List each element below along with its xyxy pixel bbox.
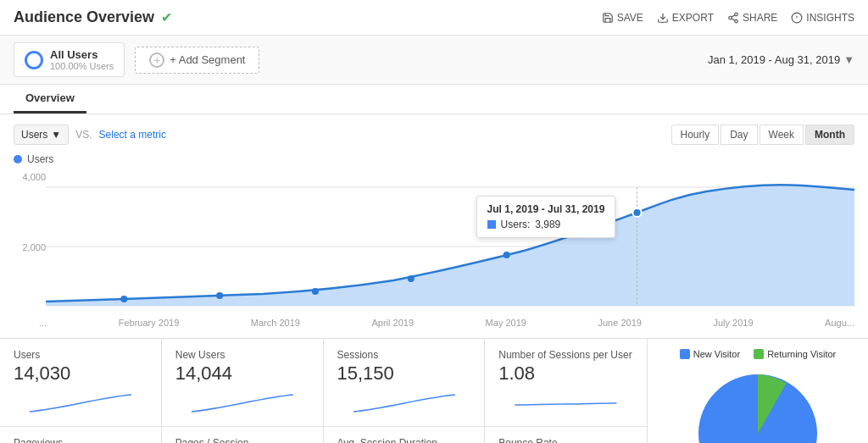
export-icon	[657, 12, 669, 24]
legend-returning-visitor: Returning Visitor	[754, 349, 836, 359]
page-title: Audience Overview	[14, 8, 154, 26]
add-segment-label: + Add Segment	[170, 53, 245, 66]
svg-point-12	[120, 296, 127, 302]
month-button[interactable]: Month	[805, 125, 854, 145]
x-label-2: March 2019	[251, 318, 300, 328]
week-button[interactable]: Week	[760, 125, 804, 145]
metric-card-sessions: Sessions 15,150	[324, 339, 486, 427]
chart-area: 4,000 2,000 Jul 1, 2019 - Jul	[14, 170, 854, 314]
x-label-7: Augu...	[825, 318, 854, 328]
header-actions: SAVE EXPORT SHARE INSIGHTS	[602, 12, 854, 24]
metric-card-pageviews: Pageviews 17,032	[0, 427, 162, 443]
metric-card-bounce: Bounce Rate 60.29%	[485, 427, 647, 443]
segment-left: All Users 100.00% Users + + Add Segment	[14, 42, 259, 77]
metric-label-avg-session: Avg. Session Duration	[337, 437, 471, 443]
tab-overview[interactable]: Overview	[14, 85, 86, 114]
svg-point-16	[504, 252, 510, 258]
tooltip-row: Users: 3,989	[487, 219, 605, 230]
svg-point-13	[216, 292, 223, 299]
legend-dot-icon	[14, 155, 22, 163]
caret-down-icon: ▼	[843, 53, 854, 66]
metrics-section: Users 14,030 New Users 14,044 Sessions 1…	[0, 339, 868, 443]
metric-label-sessions-per-user: Number of Sessions per User	[498, 349, 633, 361]
x-label-0: ...	[39, 318, 47, 328]
y-axis-2000: 2,000	[14, 242, 46, 252]
tabs-bar: Overview	[0, 85, 868, 114]
x-axis: ... February 2019 March 2019 April 2019 …	[14, 314, 854, 328]
hourly-button[interactable]: Hourly	[671, 125, 720, 145]
svg-line-5	[732, 14, 735, 16]
select-metric-link[interactable]: Select a metric	[99, 129, 166, 141]
metric-dropdown-caret: ▼	[51, 129, 61, 141]
segment-name: All Users	[50, 48, 114, 61]
metric-value-sessions: 15,150	[337, 363, 471, 385]
header-left: Audience Overview ✔	[14, 8, 172, 26]
segment-bar: All Users 100.00% Users + + Add Segment …	[0, 36, 868, 85]
metric-label-pageviews: Pageviews	[14, 437, 147, 443]
pie-svg	[690, 366, 826, 443]
save-button[interactable]: SAVE	[602, 12, 643, 24]
metric-label-new-users: New Users	[175, 349, 309, 361]
metric-label-pages-session: Pages / Session	[175, 437, 309, 443]
svg-point-1	[735, 13, 738, 15]
chart-controls-left: Users ▼ VS. Select a metric	[14, 125, 166, 145]
chart-section: Users ▼ VS. Select a metric Hourly Day W…	[0, 114, 868, 339]
time-buttons: Hourly Day Week Month	[671, 125, 854, 145]
legend-new-visitor: New Visitor	[680, 349, 740, 359]
chart-controls: Users ▼ VS. Select a metric Hourly Day W…	[14, 125, 854, 145]
date-range-label: Jan 1, 2019 - Aug 31, 2019	[708, 53, 840, 66]
returning-visitor-label: Returning Visitor	[767, 349, 836, 359]
metric-card-avg-session: Avg. Session Duration 00:01:30	[324, 427, 486, 443]
insights-icon	[791, 12, 803, 24]
x-label-5: June 2019	[598, 318, 641, 328]
chart-tooltip: Jul 1, 2019 - Jul 31, 2019 Users: 3,989	[476, 196, 616, 238]
metric-value-users: 14,030	[14, 363, 147, 385]
metrics-grid: Users 14,030 New Users 14,044 Sessions 1…	[0, 339, 648, 443]
svg-point-14	[312, 288, 319, 295]
returning-visitor-dot	[754, 349, 764, 359]
tooltip-value: 3,989	[535, 219, 560, 230]
add-segment-button[interactable]: + + Add Segment	[135, 47, 259, 74]
y-axis-4000: 4,000	[14, 172, 46, 182]
metric-value-new-users: 14,044	[175, 363, 309, 385]
share-icon	[727, 12, 739, 24]
day-button[interactable]: Day	[721, 125, 757, 145]
sparkline-new-users	[175, 388, 309, 413]
metric-select-label: Users	[21, 129, 47, 141]
x-label-1: February 2019	[119, 318, 180, 328]
save-icon	[602, 12, 614, 24]
verified-icon: ✔	[161, 9, 172, 25]
legend-label: Users	[27, 153, 53, 165]
y-axis: 4,000 2,000	[14, 170, 46, 314]
segment-circle-icon	[25, 51, 43, 69]
sparkline-sessions	[337, 388, 471, 413]
metric-card-new-users: New Users 14,044	[162, 339, 324, 427]
add-icon: +	[149, 53, 164, 68]
svg-point-2	[729, 16, 732, 19]
insights-button[interactable]: INSIGHTS	[791, 12, 854, 24]
metric-card-users: Users 14,030	[0, 339, 162, 427]
metric-label-users: Users	[14, 349, 147, 361]
tooltip-color-icon	[487, 220, 496, 229]
share-button[interactable]: SHARE	[727, 12, 777, 24]
chart-svg	[14, 170, 854, 314]
new-visitor-dot	[680, 349, 690, 359]
date-range-picker[interactable]: Jan 1, 2019 - Aug 31, 2019 ▼	[708, 53, 854, 66]
vs-label: VS.	[75, 129, 92, 141]
share-label: SHARE	[743, 12, 777, 24]
export-label: EXPORT	[672, 12, 714, 24]
segment-sub: 100.00% Users	[50, 61, 114, 71]
metric-value-sessions-per-user: 1.08	[498, 363, 633, 385]
metric-label-bounce: Bounce Rate	[498, 437, 633, 443]
x-label-3: April 2019	[372, 318, 415, 328]
metric-card-sessions-per-user: Number of Sessions per User 1.08	[485, 339, 647, 427]
sparkline-sessions-per-user	[498, 388, 633, 413]
metric-label-sessions: Sessions	[337, 349, 471, 361]
sparkline-users	[14, 388, 147, 413]
metric-select-dropdown[interactable]: Users ▼	[14, 125, 69, 145]
segment-info: All Users 100.00% Users	[50, 48, 114, 71]
pie-legend: New Visitor Returning Visitor	[680, 349, 837, 359]
svg-point-19	[632, 208, 641, 217]
segment-item[interactable]: All Users 100.00% Users	[14, 42, 125, 77]
export-button[interactable]: EXPORT	[657, 12, 714, 24]
